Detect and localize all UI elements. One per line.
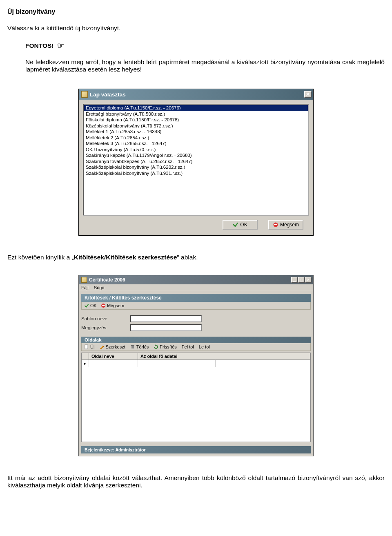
- grid-header-page-name: Oldal neve: [89, 353, 138, 360]
- check-icon: [233, 222, 238, 228]
- app-icon: [81, 91, 88, 98]
- cancel-label: Mégsem: [280, 222, 299, 228]
- list-item[interactable]: Melléklet 1 (A.Tü.2853.r.sz. - 16348): [84, 129, 308, 135]
- form-area: Sablon neve Megjegyzés: [81, 315, 311, 331]
- intro-paragraph: Válassza ki a kitöltendő új bizonyítvány…: [7, 25, 385, 32]
- list-item[interactable]: Középiskolai bizonyítvány (A.Tü.572.r.sz…: [84, 123, 308, 129]
- table-row[interactable]: ▸: [82, 360, 310, 367]
- down-label: Le tol: [199, 344, 210, 349]
- page-listbox[interactable]: Egyetemi diploma (A.Tü.1150/E.r.sz. - 20…: [83, 104, 309, 216]
- list-item[interactable]: Szakközépiskolai bizonyítvány (A.Tü.6202…: [84, 164, 308, 170]
- list-item[interactable]: Mellékletek 3 (A.Tü.2855.r.sz. - 12647): [84, 141, 308, 147]
- svg-rect-4: [85, 345, 88, 349]
- dialog-title: Lap választás: [90, 92, 304, 98]
- new-button[interactable]: Új: [84, 344, 94, 349]
- menu-file[interactable]: Fájl: [81, 285, 89, 290]
- check-icon: [84, 303, 89, 308]
- mid-paragraph: Ezt követően kinyílik a „Kitöltések/Kitö…: [7, 254, 385, 261]
- cancel-label: Mégsem: [107, 303, 124, 308]
- cancel-button[interactable]: Mégsem: [101, 303, 124, 308]
- dialog-title: Certificate 2006: [89, 277, 291, 283]
- closing-paragraph: Itt már az adott bizonyítvány oldalai kö…: [7, 474, 385, 489]
- refresh-icon: [154, 344, 158, 349]
- menu-help[interactable]: Súgó: [94, 285, 105, 290]
- mid-bold: Kitöltések/Kitöltések szerkesztése: [74, 254, 177, 261]
- minimize-button[interactable]: ▁: [291, 277, 298, 283]
- page-selection-dialog: Lap választás ✕ Egyetemi diploma (A.Tü.1…: [78, 89, 314, 236]
- menu-bar: Fájl Súgó: [79, 284, 313, 291]
- ok-button[interactable]: OK: [84, 303, 97, 308]
- svg-rect-6: [131, 345, 134, 346]
- row-pointer-icon: ▸: [82, 360, 89, 367]
- pages-section-title: Oldalak: [81, 337, 311, 343]
- pages-grid[interactable]: Oldal neve Az oldal fő adatai ▸: [81, 353, 311, 442]
- no-entry-icon: [101, 303, 106, 308]
- mid-pre: Ezt követően kinyílik a „: [7, 254, 74, 261]
- ok-label: OK: [90, 303, 97, 308]
- list-item[interactable]: Mellékletek 2 (A.Tü.2854.r.sz.): [84, 135, 308, 141]
- refresh-label: Frissítés: [160, 344, 177, 349]
- edit-label: Szerkeszt: [105, 344, 125, 349]
- mid-post: " ablak.: [177, 254, 198, 261]
- delete-label: Törlés: [136, 344, 149, 349]
- edit-dialog: Certificate 2006 ▁ ▢ ✕ Fájl Súgó Kitölté…: [78, 275, 314, 456]
- edit-button[interactable]: Szerkeszt: [99, 344, 125, 349]
- close-button[interactable]: ✕: [304, 91, 312, 98]
- list-item[interactable]: Szakirányú képzés (A.Tü.1179/Angol r.sz.…: [84, 152, 308, 159]
- no-entry-icon: [273, 222, 278, 228]
- pages-toolbar: Új Szerkeszt Törlés Frissítés Fel tol Le…: [81, 343, 311, 351]
- new-page-icon: [84, 344, 89, 349]
- up-label: Fel tol: [182, 344, 194, 349]
- list-item[interactable]: Szakközépiskolai bizonyítvány (A.Tü.931.…: [84, 170, 308, 176]
- list-item[interactable]: Egyetemi diploma (A.Tü.1150/E.r.sz. - 20…: [84, 105, 308, 111]
- panel-title: Kitöltések / Kitöltés szerkesztése: [81, 294, 311, 302]
- pencil-icon: [99, 344, 104, 349]
- template-name-input[interactable]: [130, 315, 202, 322]
- move-down-button[interactable]: Le tol: [199, 344, 210, 349]
- important-line: FONTOS! ☞: [25, 41, 385, 50]
- page-title: Új bizonyítvány: [7, 8, 385, 16]
- close-button[interactable]: ✕: [305, 277, 312, 283]
- list-item[interactable]: Szakirányú továbbképzés (A.Tü.2852.r.sz.…: [84, 159, 308, 165]
- status-bar: Bejelentkezve: Adminisztrátor: [81, 446, 311, 453]
- note-label: Megjegyzés: [81, 325, 130, 330]
- grid-body: ▸: [82, 360, 310, 442]
- ok-label: OK: [240, 222, 247, 228]
- list-item[interactable]: OKJ bizonyítvány (A.Tü.570.r.sz.): [84, 147, 308, 153]
- panel-toolbar: OK Mégsem: [81, 302, 311, 310]
- new-label: Új: [90, 344, 94, 349]
- app-icon: [81, 277, 87, 283]
- warning-paragraph: Ne feledkezzen meg arról, hogy a fentebb…: [25, 58, 385, 73]
- delete-button[interactable]: Törlés: [130, 344, 149, 349]
- move-up-button[interactable]: Fel tol: [182, 344, 194, 349]
- list-item[interactable]: Főiskolai diploma (A.Tü.1150/F.r.sz. - 2…: [84, 117, 308, 123]
- list-item[interactable]: Érettségi bizonyítvány (A.Tü.500.r.sz.): [84, 111, 308, 117]
- refresh-button[interactable]: Frissítés: [154, 344, 177, 349]
- grid-header-selector: [82, 353, 89, 360]
- note-input[interactable]: [130, 324, 202, 331]
- svg-rect-1: [274, 224, 277, 225]
- grid-header: Oldal neve Az oldal fő adatai: [82, 353, 310, 360]
- svg-rect-3: [102, 305, 105, 306]
- dialog-titlebar: Certificate 2006 ▁ ▢ ✕: [79, 275, 313, 284]
- svg-rect-5: [131, 346, 134, 348]
- trash-icon: [130, 344, 135, 349]
- ok-button[interactable]: OK: [223, 220, 258, 230]
- pointing-hand-icon: ☞: [57, 41, 64, 50]
- dialog-titlebar: Lap választás ✕: [79, 89, 313, 100]
- cancel-button[interactable]: Mégsem: [268, 220, 303, 230]
- important-label: FONTOS!: [25, 42, 53, 49]
- template-name-label: Sablon neve: [81, 316, 130, 321]
- maximize-button[interactable]: ▢: [298, 277, 305, 283]
- grid-header-main-data: Az oldal fő adatai: [138, 353, 310, 360]
